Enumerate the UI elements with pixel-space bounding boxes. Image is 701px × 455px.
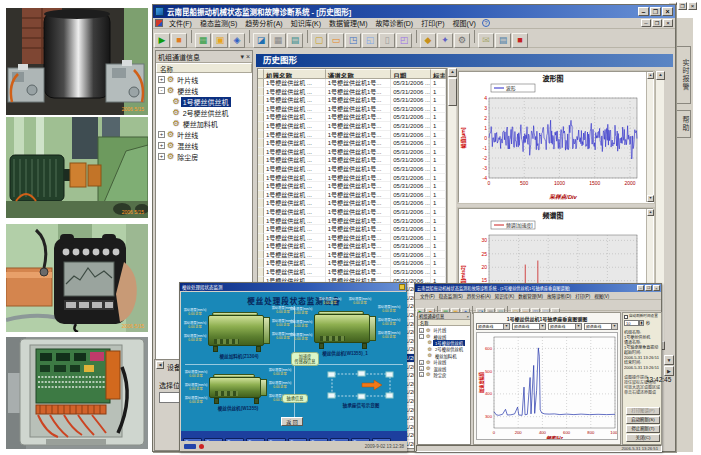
tree-item-label[interactable]: 梗丝线 bbox=[431, 334, 448, 340]
toolbar-button[interactable]: ▣ bbox=[212, 33, 228, 48]
scroll-up-arrow[interactable]: ▲ bbox=[647, 72, 654, 79]
scroll-thumb[interactable] bbox=[448, 78, 457, 106]
tree-expander-icon[interactable]: + bbox=[158, 131, 165, 138]
spectrum-curve-combobox[interactable]: 频谱曲线▼ bbox=[476, 323, 510, 330]
tree-item-label[interactable]: 梗丝线 bbox=[175, 86, 200, 96]
menu-item[interactable]: 文件(F) bbox=[165, 17, 196, 29]
minimize-button[interactable]: – bbox=[637, 285, 644, 291]
toolbar-button[interactable]: ▭ bbox=[328, 33, 344, 48]
menu-item[interactable]: 视图(V) bbox=[449, 17, 480, 29]
pin-icon[interactable]: ▾ bbox=[240, 53, 244, 61]
interval-input[interactable]: 10 bbox=[624, 320, 639, 326]
bg-restore-button[interactable]: ❐ bbox=[678, 2, 687, 10]
menu-item[interactable]: 文件(F) bbox=[418, 293, 437, 299]
tree-item[interactable]: -⚙梗丝线 bbox=[158, 85, 252, 96]
tree-item-label[interactable]: 叶丝线 bbox=[175, 130, 200, 140]
tree-item[interactable]: +⚙叶丝线 bbox=[158, 129, 252, 140]
close-button[interactable]: × bbox=[653, 285, 660, 291]
panel-button[interactable]: 停止刷新(T) bbox=[626, 425, 660, 433]
menu-item[interactable]: 稳态监测(S) bbox=[196, 17, 241, 29]
tree-item[interactable]: ⚙1号梗丝供丝机 bbox=[158, 96, 252, 107]
table-row[interactable]: 1号梗丝供丝机 ...1号梗丝供丝机1号...05/31/2006 ...1 bbox=[258, 242, 446, 251]
close-panel-icon[interactable]: × bbox=[467, 314, 469, 319]
scada-close-icon[interactable] bbox=[399, 284, 405, 290]
tree-item-label[interactable]: 1号梗丝供丝机 bbox=[181, 97, 231, 107]
toolbar-button[interactable]: ◆ bbox=[420, 33, 436, 48]
auto-refresh-checkbox[interactable] bbox=[624, 315, 628, 319]
menu-item[interactable]: 故障诊断(D) bbox=[545, 293, 573, 299]
toolbar-button[interactable]: ◪ bbox=[253, 33, 269, 48]
spinner-buttons[interactable]: ▲▼ bbox=[639, 320, 644, 326]
menu-item[interactable]: 视图(V) bbox=[592, 293, 611, 299]
menu-item[interactable]: 故障诊断(D) bbox=[371, 17, 417, 29]
side-tab-realtime-alarm[interactable]: 实时报警 bbox=[677, 46, 691, 104]
menu-item[interactable]: 打印(P) bbox=[573, 293, 592, 299]
column-header[interactable]: 日期 bbox=[391, 69, 431, 79]
tree-item[interactable]: +⚙除尘房 bbox=[158, 151, 252, 162]
tree-item-label[interactable]: 梗丝加料机 bbox=[181, 119, 220, 129]
tree-expander-icon[interactable]: + bbox=[419, 372, 424, 377]
spectrum-curve-combobox[interactable]: 频谱曲线▼ bbox=[512, 323, 546, 330]
tree-item-label[interactable]: 叶片线 bbox=[175, 75, 200, 85]
menu-item[interactable]: 稳态监测(S) bbox=[437, 293, 465, 299]
menu-item[interactable]: 趋势分析(A) bbox=[465, 293, 493, 299]
table-row[interactable]: 1号梗丝供丝机 ...1号梗丝供丝机1号...05/31/2006 ...1 bbox=[258, 122, 446, 131]
tree-expander-icon[interactable]: + bbox=[419, 360, 424, 365]
table-row[interactable]: 1号梗丝供丝机 ...1号梗丝供丝机1号...05/31/2006 ...1 bbox=[258, 259, 446, 268]
tree-item[interactable]: ⚙1号梗丝供丝机 bbox=[419, 340, 470, 346]
panel-button[interactable]: 打印图谱(P) bbox=[626, 407, 660, 415]
child-close-button[interactable]: × bbox=[663, 19, 673, 27]
tree-item[interactable]: +⚙除尘房 bbox=[419, 372, 470, 378]
scroll-down-arrow[interactable]: ▼ bbox=[647, 195, 654, 202]
menu-item[interactable]: 知识库(K) bbox=[493, 293, 517, 299]
table-row[interactable]: 1号梗丝供丝机 ...1号梗丝供丝机1号...05/31/2006 ...1 bbox=[258, 182, 446, 191]
toolbar-button[interactable]: ▶ bbox=[154, 33, 170, 48]
toolbar-button[interactable]: ▤ bbox=[495, 33, 511, 48]
table-row[interactable]: 1号梗丝供丝机 ...1号梗丝供丝机1号...05/31/2006 ...1 bbox=[258, 208, 446, 217]
table-row[interactable]: 1号梗丝供丝机 ...1号梗丝供丝机1号...05/31/2006 ...1 bbox=[258, 105, 446, 114]
tree-item[interactable]: +⚙混丝线 bbox=[158, 140, 252, 151]
toolbar-button[interactable]: ◈ bbox=[229, 33, 245, 48]
chevron-down-icon[interactable]: ▼ bbox=[503, 324, 509, 329]
toolbar-button[interactable]: ▤ bbox=[287, 33, 303, 48]
column-header[interactable]: 通道名称 bbox=[326, 69, 392, 79]
tree-item-label[interactable]: 叶丝线 bbox=[431, 359, 448, 365]
toolbar-button[interactable]: ⚙ bbox=[454, 33, 470, 48]
toolbar-button[interactable]: ✦ bbox=[437, 33, 453, 48]
toolbar-button[interactable]: ■ bbox=[171, 33, 187, 48]
column-header[interactable]: 机器名称 bbox=[264, 69, 326, 79]
scroll-up-arrow[interactable]: ▲ bbox=[448, 68, 457, 77]
toolbar-button[interactable]: ▢ bbox=[311, 33, 327, 48]
table-row[interactable]: 1号梗丝供丝机 ...1号梗丝供丝机1号...05/31/2006 ...1 bbox=[258, 139, 446, 148]
tree-item-label[interactable]: 混丝线 bbox=[175, 141, 200, 151]
panel-button[interactable]: 启动刷新(S) bbox=[626, 416, 660, 424]
tree-item-label[interactable]: 除尘房 bbox=[431, 372, 448, 378]
bg-close-button[interactable]: × bbox=[688, 2, 697, 10]
toolbar-button[interactable]: ■ bbox=[512, 33, 528, 48]
menu-item[interactable]: 趋势分析(A) bbox=[241, 17, 286, 29]
toolbar-button[interactable]: ◰ bbox=[396, 33, 412, 48]
tree-item-label[interactable]: 混丝线 bbox=[431, 366, 448, 372]
table-row[interactable]: 1号梗丝供丝机 ...1号梗丝供丝机1号...05/31/2006 ...1 bbox=[258, 148, 446, 157]
help-icon[interactable]: ? bbox=[482, 19, 490, 27]
side-tab-help[interactable]: 帮助 bbox=[677, 110, 691, 138]
chevron-down-icon[interactable]: ▼ bbox=[539, 324, 545, 329]
minimize-button[interactable]: – bbox=[638, 7, 649, 16]
restore-button[interactable]: ❐ bbox=[650, 7, 661, 16]
back-button[interactable]: 返 回 bbox=[281, 417, 303, 426]
tree-expander-icon[interactable]: + bbox=[158, 153, 165, 160]
table-row[interactable]: 1号梗丝供丝机 ...1号梗丝供丝机1号...05/31/2006 ...1 bbox=[258, 96, 446, 105]
table-row[interactable]: 1号梗丝供丝机 ...1号梗丝供丝机1号...05/31/2006 ...1 bbox=[258, 199, 446, 208]
tree-item-label[interactable]: 叶片线 bbox=[431, 327, 448, 333]
child-minimize-button[interactable]: – bbox=[641, 19, 651, 27]
tree-expander-icon[interactable]: + bbox=[419, 328, 424, 333]
child-restore-button[interactable]: ❐ bbox=[652, 19, 662, 27]
toolbar-button[interactable]: ▯ bbox=[379, 33, 395, 48]
toolbar-button[interactable]: ◱ bbox=[362, 33, 378, 48]
table-row[interactable]: 1号梗丝供丝机 ...1号梗丝供丝机1号...05/31/2006 ...1 bbox=[258, 174, 446, 183]
menu-item[interactable]: 数据管理(M) bbox=[516, 293, 545, 299]
table-row[interactable]: 1号梗丝供丝机 ...1号梗丝供丝机1号...05/31/2006 ...1 bbox=[258, 234, 446, 243]
tree-item[interactable]: ⚙2号梗丝供丝机 bbox=[419, 346, 470, 352]
tree-item-label[interactable]: 1号梗丝供丝机 bbox=[433, 340, 465, 346]
chevron-down-icon[interactable]: ▼ bbox=[575, 324, 581, 329]
